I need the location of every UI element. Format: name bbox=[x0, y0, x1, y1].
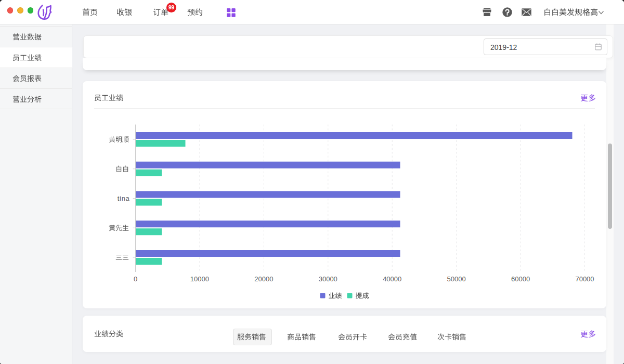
svg-text:60000: 60000 bbox=[511, 275, 530, 283]
svg-text:10000: 10000 bbox=[190, 275, 209, 283]
svg-text:40000: 40000 bbox=[383, 275, 401, 283]
svg-text:tina: tina bbox=[118, 194, 130, 202]
svg-text:0: 0 bbox=[134, 275, 137, 283]
svg-text:50000: 50000 bbox=[447, 275, 466, 283]
svg-text:20000: 20000 bbox=[254, 275, 273, 283]
svg-text:70000: 70000 bbox=[575, 275, 594, 283]
svg-text:30000: 30000 bbox=[319, 275, 337, 283]
